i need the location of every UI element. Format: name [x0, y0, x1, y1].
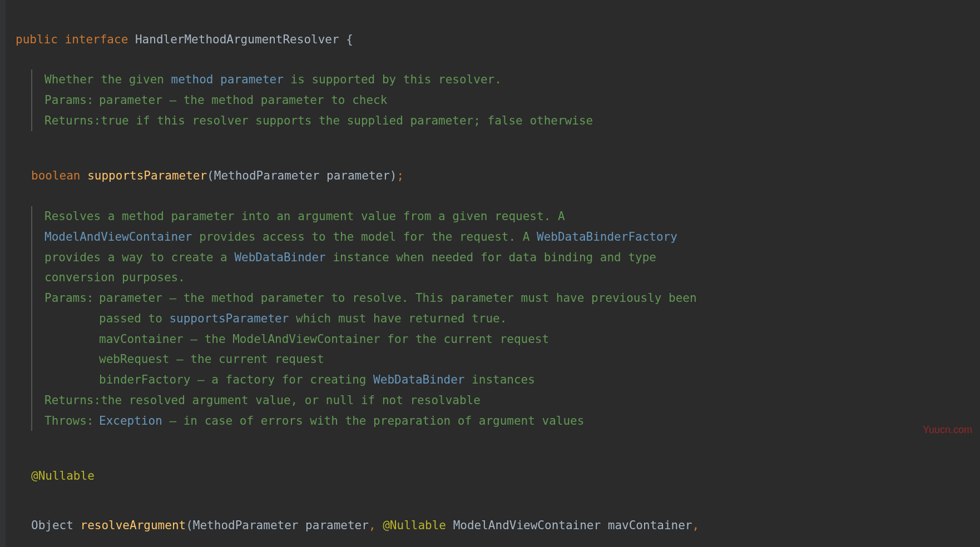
editor-gutter — [0, 0, 6, 547]
doc-param-binderfactory: binderFactory – a factory for creating W… — [99, 370, 699, 390]
doc-text: provides a way to create a — [44, 251, 234, 264]
sig: ModelAndViewContainer mavContainer — [446, 519, 692, 532]
doc-throws-body: Exception – in case of errors with the p… — [99, 411, 699, 431]
doc-params-label: Params: — [44, 288, 99, 329]
doc-returns-body: the resolved argument value, or null if … — [101, 390, 699, 411]
doc-link-modelandviewcontainer[interactable]: ModelAndViewContainer — [44, 230, 192, 243]
doc-params-body: parameter – the method parameter to chec… — [99, 90, 699, 111]
method-resolveArgument-line1: Object resolveArgument(MethodParameter p… — [0, 486, 980, 536]
method-name: supportsParameter — [87, 169, 207, 182]
comma: , — [692, 519, 700, 532]
doc-param-mavcontainer: mavContainer – the ModelAndViewContainer… — [99, 329, 699, 350]
brace-open: { — [346, 33, 353, 46]
keyword-public: public — [16, 33, 58, 46]
doc-params-body: parameter – the method parameter to reso… — [99, 288, 699, 329]
sig: (MethodParameter parameter — [186, 519, 369, 532]
doc-returns-label: Returns: — [44, 390, 101, 411]
code-editor[interactable]: public interface HandlerMethodArgumentRe… — [0, 0, 980, 49]
doc-param-webrequest: webRequest – the current request — [99, 349, 699, 370]
watermark: Yuucn.com — [923, 421, 972, 439]
annotation: @Nullable — [383, 519, 446, 532]
javadoc-supportsParameter: Whether the given method parameter is su… — [31, 69, 699, 131]
doc-text: Resolves a method parameter into an argu… — [44, 210, 565, 223]
semicolon: ; — [397, 169, 404, 182]
method-supportsParameter: boolean supportsParameter(MethodParamete… — [0, 137, 980, 186]
method-resolveArgument-line2: NativeWebRequest webRequest, @Nullable W… — [0, 536, 980, 547]
interface-name: HandlerMethodArgumentResolver — [135, 33, 339, 46]
doc-link-supportsparameter[interactable]: supportsParameter — [169, 312, 289, 325]
doc-blank-tag — [44, 349, 99, 370]
keyword-boolean: boolean — [31, 169, 81, 182]
doc-text: Whether the given — [44, 73, 171, 86]
method-name: resolveArgument — [81, 519, 186, 532]
doc-link-exception[interactable]: Exception — [99, 414, 162, 427]
doc-params-label: Params: — [44, 90, 99, 111]
return-type: Object — [31, 519, 73, 532]
doc-blank-tag — [44, 370, 99, 390]
doc-throws-label: Throws: — [44, 411, 99, 431]
doc-returns-body: true if this resolver supports the suppl… — [101, 111, 699, 131]
doc-returns-label: Returns: — [44, 111, 101, 131]
comma: , — [369, 519, 383, 532]
annotation: @Nullable — [31, 469, 95, 483]
javadoc-resolveArgument: Resolves a method parameter into an argu… — [31, 206, 699, 431]
doc-text: is supported by this resolver. — [284, 73, 502, 86]
doc-link-method-parameter[interactable]: method parameter — [171, 73, 284, 86]
keyword-interface: interface — [65, 33, 128, 46]
doc-link-webdatabinder[interactable]: WebDataBinder — [373, 373, 464, 386]
method-signature: (MethodParameter parameter) — [207, 169, 397, 182]
doc-blank-tag — [44, 329, 99, 350]
annotation-nullable: @Nullable — [0, 436, 980, 486]
doc-text: provides access to the model for the req… — [192, 230, 537, 243]
doc-link-webdatabinderfactory[interactable]: WebDataBinderFactory — [537, 230, 677, 243]
doc-link-webdatabinder[interactable]: WebDataBinder — [234, 251, 325, 264]
